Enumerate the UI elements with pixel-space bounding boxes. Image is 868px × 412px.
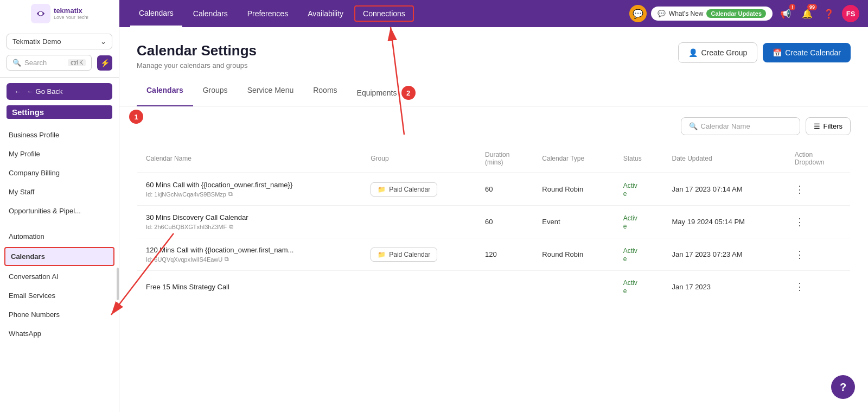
action-menu-3[interactable]: ⋮ bbox=[795, 281, 805, 292]
sidebar: Tekmatix Demo ⌄ 🔍 Search ctrl K ⚡ ← ← Go… bbox=[0, 27, 119, 412]
sidebar-item-phone-numbers[interactable]: Phone Numbers bbox=[0, 305, 119, 324]
page-title: Calendar Settings bbox=[137, 42, 257, 59]
table-row: 30 Mins Discovery Call Calendar Id: 2h6C… bbox=[137, 206, 851, 238]
sidebar-item-whatsapp[interactable]: WhatsApp bbox=[0, 324, 119, 343]
header-actions: 👤 Create Group 📅 Create Calendar bbox=[678, 42, 851, 63]
tab-equipments[interactable]: Equipments 2 bbox=[347, 80, 425, 106]
content-header: Calendar Settings Manage your calendars … bbox=[119, 27, 868, 69]
copy-icon-1[interactable]: ⧉ bbox=[229, 223, 233, 230]
main-layout: Tekmatix Demo ⌄ 🔍 Search ctrl K ⚡ ← ← Go… bbox=[0, 27, 868, 412]
create-group-button[interactable]: 👤 Create Group bbox=[678, 42, 757, 63]
date-2: Jan 17 2023 07:23 AM bbox=[663, 238, 786, 271]
status-3: Active bbox=[623, 279, 637, 295]
sidebar-item-email-services[interactable]: Email Services bbox=[0, 286, 119, 305]
tab-calendars[interactable]: Calendars bbox=[137, 80, 193, 106]
table-row: Free 15 Mins Strategy Call Active Jan 17… bbox=[137, 271, 851, 303]
status-1: Active bbox=[623, 214, 637, 230]
chevron-down-icon: ⌄ bbox=[100, 37, 106, 46]
nav-item-preferences[interactable]: Preferences bbox=[239, 0, 297, 27]
col-status: Status bbox=[615, 144, 663, 173]
type-1: Event bbox=[533, 206, 614, 238]
folder-icon: 📁 bbox=[378, 186, 386, 193]
col-duration: Duration(mins) bbox=[476, 144, 533, 173]
sidebar-item-calendars[interactable]: Calendars bbox=[4, 247, 114, 266]
user-avatar[interactable]: FS bbox=[842, 5, 859, 22]
sidebar-item-opportunities[interactable]: Opportunities & Pipel... bbox=[0, 201, 119, 220]
filter-icon: ☰ bbox=[814, 122, 820, 130]
sidebar-item-my-staff[interactable]: My Staff bbox=[0, 182, 119, 201]
cal-id-0: Id: 1kjNGcNwCqa4vS9BSMzp ⧉ bbox=[146, 191, 353, 198]
filters-button[interactable]: ☰ Filters bbox=[806, 117, 851, 135]
sidebar-item-my-profile[interactable]: My Profile bbox=[0, 144, 119, 163]
action-menu-1[interactable]: ⋮ bbox=[795, 217, 805, 227]
create-calendar-button[interactable]: 📅 Create Calendar bbox=[763, 43, 851, 62]
go-back-button[interactable]: ← ← Go Back bbox=[7, 83, 112, 100]
search-icon: 🔍 bbox=[12, 59, 21, 67]
sidebar-nav: Business Profile My Profile Company Bill… bbox=[0, 123, 119, 412]
type-2: Round Robin bbox=[533, 238, 614, 271]
cal-id-1: Id: 2h6CuBQBXGTxhI3hZ3MF ⧉ bbox=[146, 223, 353, 230]
table-row: 60 Mins Call with {{location_owner.first… bbox=[137, 173, 851, 206]
nav-item-availability[interactable]: Availability bbox=[299, 0, 352, 27]
page-title-area: Calendar Settings Manage your calendars … bbox=[137, 42, 257, 69]
cal-name-2: 120 Mins Call with {{location_owner.firs… bbox=[146, 246, 353, 254]
sidebar-item-automation[interactable]: Automation bbox=[0, 227, 119, 246]
cal-name-1: 30 Mins Discovery Call Calendar bbox=[146, 213, 353, 221]
logo-text: tekmatix bbox=[54, 7, 88, 15]
nav-item-calendars-main[interactable]: Calendars bbox=[130, 0, 182, 27]
duration-1: 60 bbox=[476, 206, 533, 238]
type-3 bbox=[533, 271, 614, 303]
search-box[interactable]: 🔍 Search ctrl K bbox=[7, 55, 92, 71]
nav-items: Calendars Calendars Preferences Availabi… bbox=[119, 0, 629, 27]
table-toolbar: 🔍 Calendar Name ☰ Filters bbox=[137, 117, 851, 135]
logo-icon bbox=[31, 4, 50, 23]
copy-icon[interactable]: ⧉ bbox=[228, 191, 233, 198]
whats-new-button[interactable]: 💬 What's New Calendar Updates bbox=[651, 7, 773, 21]
search-row: 🔍 Search ctrl K ⚡ bbox=[7, 55, 112, 71]
table-section: 1 🔍 Calendar Name ☰ Filters Calendar Nam… bbox=[119, 106, 868, 412]
col-group: Group bbox=[362, 144, 476, 173]
cal-id-2: Id: 6UQVqXvqpxIwiIS4EawU ⧉ bbox=[146, 256, 353, 263]
calendar-table: Calendar Name Group Duration(mins) Calen… bbox=[137, 144, 851, 303]
page-subtitle: Manage your calendars and groups bbox=[137, 61, 257, 69]
calendar-name-search[interactable]: 🔍 Calendar Name bbox=[681, 117, 800, 135]
sidebar-item-conversation-ai[interactable]: Conversation AI bbox=[0, 267, 119, 286]
sidebar-item-company-billing[interactable]: Company Billing bbox=[0, 163, 119, 182]
date-1: May 19 2024 05:14 PM bbox=[663, 206, 786, 238]
sidebar-item-business-profile[interactable]: Business Profile bbox=[0, 125, 119, 144]
col-action: ActionDropdown bbox=[786, 144, 851, 173]
group-chip-2: 📁 Paid Calendar bbox=[371, 248, 437, 262]
col-date: Date Updated bbox=[663, 144, 786, 173]
table-row: 120 Mins Call with {{location_owner.firs… bbox=[137, 238, 851, 271]
action-menu-2[interactable]: ⋮ bbox=[795, 249, 805, 260]
logo-area: tekmatix Love Your Tech! bbox=[0, 0, 119, 27]
col-calendar-name: Calendar Name bbox=[137, 144, 362, 173]
sidebar-action-btn[interactable]: ⚡ bbox=[97, 55, 112, 71]
help-button[interactable]: ? bbox=[831, 375, 855, 399]
settings-header: Settings bbox=[7, 105, 112, 119]
nav-item-calendars[interactable]: Calendars bbox=[184, 0, 237, 27]
tab-service-menu[interactable]: Service Menu bbox=[238, 80, 304, 106]
sidebar-top: Tekmatix Demo ⌄ 🔍 Search ctrl K ⚡ bbox=[0, 27, 119, 78]
duration-0: 60 bbox=[476, 173, 533, 206]
cal-name-0: 60 Mins Call with {{location_owner.first… bbox=[146, 181, 353, 189]
help-icon[interactable]: ❓ bbox=[820, 5, 838, 22]
org-selector[interactable]: Tekmatix Demo ⌄ bbox=[7, 34, 112, 49]
chat-icon-btn[interactable]: 💬 bbox=[629, 5, 647, 22]
tab-groups[interactable]: Groups bbox=[193, 80, 238, 106]
action-menu-0[interactable]: ⋮ bbox=[795, 184, 805, 195]
duration-3 bbox=[476, 271, 533, 303]
date-0: Jan 17 2023 07:14 AM bbox=[663, 173, 786, 206]
col-type: Calendar Type bbox=[533, 144, 614, 173]
nav-right: 💬 💬 What's New Calendar Updates 📢 ! 🔔 99… bbox=[629, 5, 868, 22]
tab-rooms[interactable]: Rooms bbox=[303, 80, 347, 106]
step-1-badge: 1 bbox=[129, 110, 143, 124]
arrow-left-icon: ← bbox=[14, 87, 21, 96]
group-chip-0: 📁 Paid Calendar bbox=[371, 182, 437, 197]
copy-icon-2[interactable]: ⧉ bbox=[225, 256, 229, 263]
nav-item-connections[interactable]: Connections bbox=[354, 5, 414, 22]
svg-point-1 bbox=[39, 11, 42, 15]
notification-megaphone[interactable]: 📢 ! bbox=[777, 5, 794, 22]
scroll-indicator bbox=[117, 268, 119, 300]
notification-bell[interactable]: 🔔 99 bbox=[799, 5, 816, 22]
